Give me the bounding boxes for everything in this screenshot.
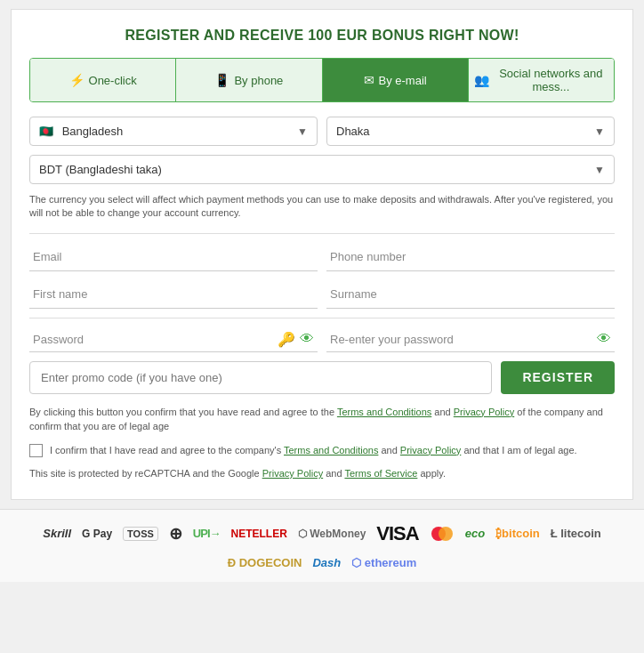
tab-by-phone[interactable]: 📱 By phone (176, 59, 322, 101)
skrill-payment: Skrill (43, 527, 71, 540)
currency-note: The currency you select will affect whic… (29, 193, 615, 221)
reenter-password-wrapper: 👁 (326, 327, 615, 352)
gpay-payment: G Pay (82, 528, 112, 540)
country-flag: 🇧🇩 (39, 125, 53, 138)
currency-value: BDT (Bangladeshi taka) (39, 163, 162, 176)
webmoney-payment: ⬡ WebMoney (298, 528, 366, 540)
confirm-terms-link[interactable]: Terms and Conditions (284, 445, 378, 455)
upi-payment: UPI→ (193, 527, 221, 540)
country-value: Bangladesh (62, 125, 124, 138)
eco-payment: eco (465, 527, 485, 540)
city-chevron-icon: ▼ (594, 125, 605, 138)
divider-1 (29, 233, 615, 234)
country-chevron-icon: ▼ (297, 125, 308, 138)
visa-payment: VISA (376, 522, 418, 545)
key-icon: 🔑 (278, 331, 295, 348)
toss-payment: TOSS (123, 527, 158, 541)
currency-select[interactable]: BDT (Bangladeshi taka) ▼ (29, 155, 615, 184)
tab-one-click-label: One-click (89, 74, 137, 87)
recaptcha-text: This site is protected by reCAPTCHA and … (29, 466, 615, 481)
phonepe-payment: ⊕ (169, 524, 182, 544)
social-icon: 👥 (474, 73, 489, 87)
city-select[interactable]: Dhaka ▼ (326, 117, 615, 146)
phone-field[interactable] (326, 243, 615, 271)
litecoin-payment: Ł litecoin (551, 527, 601, 540)
register-button[interactable]: REGISTER (501, 361, 615, 394)
bitcoin-payment: ₿bitcoin (495, 527, 540, 540)
eye-icon[interactable]: 👁 (300, 331, 314, 347)
terms-link-1[interactable]: Terms and Conditions (337, 407, 431, 417)
tab-social-label: Social networks and mess... (494, 67, 608, 93)
recaptcha-tos-link[interactable]: Terms of Service (344, 468, 417, 479)
page-title: REGISTER AND RECEIVE 100 EUR BONUS RIGHT… (29, 28, 615, 44)
password-field[interactable] (33, 333, 278, 346)
ethereum-payment: ⬡ ethereum (351, 556, 416, 569)
tab-social[interactable]: 👥 Social networks and mess... (469, 59, 614, 101)
dash-payment: Dash (312, 556, 341, 569)
privacy-link-1[interactable]: Privacy Policy (454, 407, 514, 417)
eye-icon-2[interactable]: 👁 (597, 331, 611, 347)
confirm-text: I confirm that I have read and agree to … (50, 443, 577, 458)
neteller-payment: NETELLER (231, 528, 287, 540)
password-wrapper: 🔑 👁 (29, 327, 318, 352)
tab-by-email-label: By e-mail (379, 74, 427, 87)
country-select[interactable]: 🇧🇩 Bangladesh ▼ (29, 117, 318, 146)
tab-by-phone-label: By phone (234, 74, 283, 87)
tab-one-click[interactable]: ⚡ One-click (30, 59, 176, 101)
firstname-field[interactable] (29, 280, 318, 309)
registration-tabs: ⚡ One-click 📱 By phone ✉ By e-mail 👥 Soc… (29, 58, 615, 102)
phone-icon: 📱 (214, 73, 229, 87)
email-field[interactable] (29, 243, 318, 271)
confirm-checkbox[interactable] (29, 444, 43, 457)
recaptcha-privacy-link[interactable]: Privacy Policy (262, 468, 323, 479)
svg-point-1 (439, 527, 453, 541)
currency-chevron-icon: ▼ (594, 164, 605, 176)
terms-text: By clicking this button you confirm that… (29, 405, 615, 434)
surname-field[interactable] (326, 280, 615, 309)
dogecoin-payment: Ð DOGECOIN (228, 556, 302, 569)
reenter-password-field[interactable] (330, 333, 597, 346)
mastercard-payment (430, 526, 455, 542)
payment-methods-footer: Skrill G Pay TOSS ⊕ UPI→ NETELLER ⬡ WebM… (0, 509, 644, 582)
email-icon: ✉ (364, 73, 374, 87)
promo-code-field[interactable] (29, 361, 492, 394)
confirm-privacy-link[interactable]: Privacy Policy (400, 445, 461, 455)
divider-2 (29, 318, 615, 318)
city-value: Dhaka (336, 125, 370, 138)
lightning-icon: ⚡ (69, 73, 85, 87)
tab-by-email[interactable]: ✉ By e-mail (323, 59, 469, 101)
